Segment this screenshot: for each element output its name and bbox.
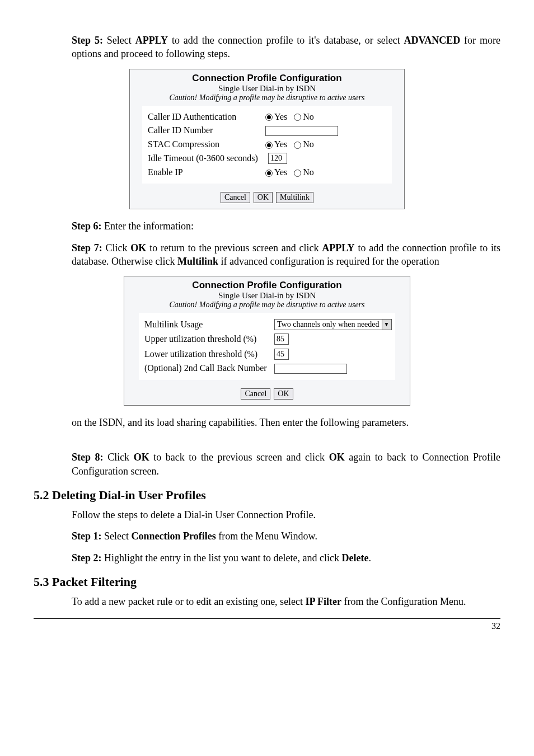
upper-threshold-input[interactable]: 85 xyxy=(274,334,289,345)
sec52-step2: Step 2: Highlight the entry in the list … xyxy=(72,551,500,565)
enable-ip-no-radio[interactable] xyxy=(294,170,301,177)
fig1-subtitle: Single User Dial-in by ISDN xyxy=(130,84,404,93)
caller-id-number-input[interactable] xyxy=(265,126,338,136)
stac-label: STAC Compression xyxy=(148,139,265,149)
step6-paragraph: Step 6: Enter the information: xyxy=(72,219,500,233)
lower-threshold-input[interactable]: 45 xyxy=(274,349,289,360)
lower-threshold-label: Lower utilization threshold (%) xyxy=(144,349,274,359)
multilink-usage-label: Multilink Usage xyxy=(144,320,274,330)
section-5-2-heading: 5.2 Deleting Dial-in User Profiles xyxy=(34,488,500,503)
figure-connection-profile-2: Connection Profile Configuration Single … xyxy=(124,276,410,406)
fig1-cancel-button[interactable]: Cancel xyxy=(221,192,250,203)
fig2-subtitle: Single User Dial-in by ISDN xyxy=(124,291,410,300)
stac-yes-radio[interactable] xyxy=(265,142,273,149)
caller-id-number-label: Caller ID Number xyxy=(148,125,265,135)
step5-paragraph: Step 5: Select APPLY to add the connecti… xyxy=(72,34,500,61)
fig2-caution: Caution! Modifying a profile may be disr… xyxy=(124,300,410,313)
caller-id-auth-yes-radio[interactable] xyxy=(265,114,273,121)
fig2-title: Connection Profile Configuration xyxy=(124,276,410,291)
stac-no-radio[interactable] xyxy=(294,142,301,149)
multilink-usage-select[interactable]: Two channels only when needed ▼ xyxy=(274,319,392,330)
fig1-body: Caller ID Authentication Yes No Caller I… xyxy=(142,106,392,184)
idle-timeout-input[interactable]: 120 xyxy=(268,153,287,164)
step7-label: Step 7: xyxy=(72,242,102,253)
fig2-cancel-button[interactable]: Cancel xyxy=(241,388,270,400)
enable-ip-label: Enable IP xyxy=(148,167,265,177)
caller-id-auth-label: Caller ID Authentication xyxy=(148,112,265,122)
caller-id-auth-no-radio[interactable] xyxy=(294,114,301,121)
fig2-ok-button[interactable]: OK xyxy=(274,388,293,400)
step6-label: Step 6: xyxy=(72,220,102,232)
section-5-3-heading: 5.3 Packet Filtering xyxy=(34,575,500,589)
fig2-body: Multilink Usage Two channels only when n… xyxy=(139,313,395,380)
advanced-word: ADVANCED xyxy=(404,35,461,46)
after-fig2-text: on the ISDN, and its load sharing capabi… xyxy=(72,416,500,429)
sec52-step1: Step 1: Select Connection Profiles from … xyxy=(72,529,500,543)
callback-number-input[interactable] xyxy=(274,364,347,374)
enable-ip-yes-radio[interactable] xyxy=(265,170,273,177)
step8-label: Step 8: xyxy=(72,452,104,463)
fig1-multilink-button[interactable]: Multilink xyxy=(276,192,313,203)
step5-label: Step 5: xyxy=(72,35,103,46)
page-number: 32 xyxy=(34,618,500,631)
sec52-intro: Follow the steps to delete a Dial-in Use… xyxy=(72,508,500,522)
figure-connection-profile-1: Connection Profile Configuration Single … xyxy=(129,69,405,210)
sec53-intro: To add a new packet rule or to edit an e… xyxy=(72,595,500,608)
upper-threshold-label: Upper utilization threshold (%) xyxy=(144,334,274,344)
step7-paragraph: Step 7: Click OK to return to the previo… xyxy=(72,241,500,269)
apply-word: APPLY xyxy=(135,35,168,46)
idle-timeout-label: Idle Timeout (0-3600 seconds) xyxy=(148,153,268,163)
callback-number-label: (Optional) 2nd Call Back Number xyxy=(144,363,274,373)
fig1-caution: Caution! Modifying a profile may be disr… xyxy=(130,93,404,106)
fig1-ok-button[interactable]: OK xyxy=(254,192,273,203)
fig1-title: Connection Profile Configuration xyxy=(130,69,404,84)
step8-paragraph: Step 8: Click OK to back to the previous… xyxy=(72,450,500,478)
chevron-down-icon: ▼ xyxy=(382,320,391,330)
